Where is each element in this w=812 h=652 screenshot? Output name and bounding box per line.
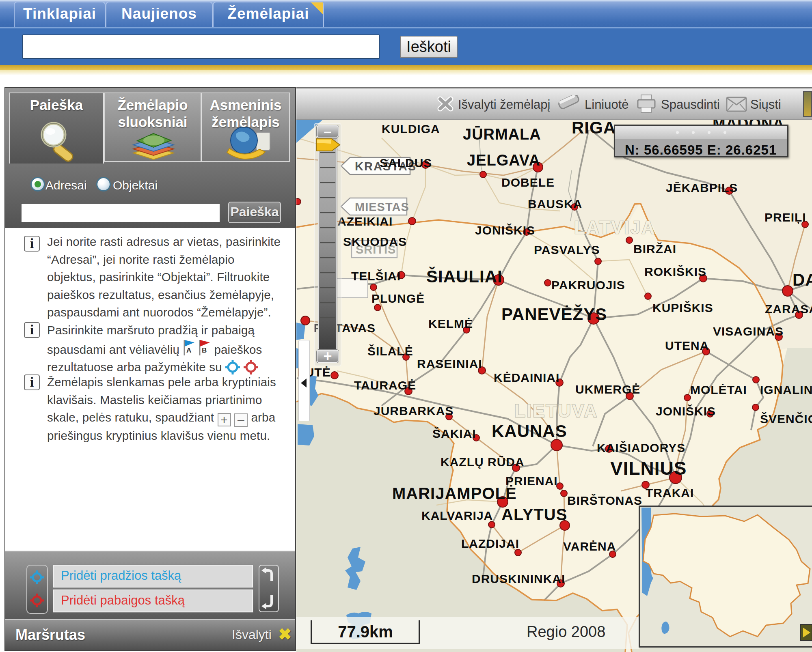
svg-text:JĒKABPILS: JĒKABPILS [666, 181, 738, 194]
svg-text:MOLĖTAI: MOLĖTAI [690, 383, 747, 396]
svg-text:UTENA: UTENA [665, 339, 709, 352]
svg-text:ŠAKIAI: ŠAKIAI [432, 427, 476, 440]
svg-text:KAZLŲ RŪDA: KAZLŲ RŪDA [441, 455, 525, 469]
svg-text:KELMĖ: KELMĖ [428, 317, 473, 330]
svg-text:KULDIGA: KULDIGA [382, 122, 440, 136]
svg-text:KĖDAINIAI: KĖDAINIAI [494, 371, 559, 384]
svg-text:TRAKAI: TRAKAI [646, 486, 694, 499]
svg-text:DRUSKININKAI: DRUSKININKAI [472, 572, 565, 585]
svg-text:B: B [202, 346, 207, 354]
svg-text:KUPIŠKIS: KUPIŠKIS [652, 301, 713, 314]
svg-text:TAURAGĖ: TAURAGĖ [354, 379, 416, 392]
svg-text:JŪRMALA: JŪRMALA [463, 126, 541, 143]
svg-text:A: A [186, 346, 191, 354]
svg-text:VILNIUS: VILNIUS [610, 458, 687, 479]
svg-text:ŠIAULIAI: ŠIAULIAI [426, 267, 503, 286]
svg-text:MIESTAS: MIESTAS [355, 200, 409, 213]
svg-text:RASEINIAI: RASEINIAI [417, 357, 482, 370]
svg-text:KAIŠIADORYS: KAIŠIADORYS [597, 441, 685, 454]
svg-text:PAKRUOJIS: PAKRUOJIS [551, 278, 625, 292]
svg-text:JONIŠKIS: JONIŠKIS [656, 405, 716, 418]
svg-text:BIRŠTONAS: BIRŠTONAS [567, 494, 642, 507]
svg-text:RIGA: RIGA [572, 120, 616, 137]
svg-text:SALDUS: SALDUS [380, 156, 432, 170]
svg-text:KALVARIJA: KALVARIJA [421, 509, 493, 522]
svg-text:TELŠIAI: TELŠIAI [351, 269, 401, 283]
svg-text:VARĖNA: VARĖNA [563, 540, 616, 553]
svg-text:ALYTUS: ALYTUS [501, 506, 567, 523]
svg-text:PANEVĖŽYS: PANEVĖŽYS [501, 304, 607, 324]
svg-text:ROKIŠKIS: ROKIŠKIS [644, 265, 706, 278]
svg-text:LATVIJA: LATVIJA [574, 217, 656, 237]
svg-text:PLUNGĖ: PLUNGĖ [371, 292, 425, 305]
svg-text:ZARASAI: ZARASAI [765, 302, 812, 316]
svg-text:JURBARKAS: JURBARKAS [374, 404, 454, 417]
svg-text:VISAGINAS: VISAGINAS [713, 325, 784, 338]
svg-text:UKMERGĖ: UKMERGĖ [575, 383, 640, 396]
svg-text:JONIŠKIS: JONIŠKIS [475, 224, 535, 237]
svg-text:SKUODAS: SKUODAS [343, 235, 407, 248]
svg-text:IGNALINA: IGNALINA [760, 383, 812, 396]
svg-text:PREIĻI: PREIĻI [764, 211, 806, 224]
svg-text:MARIJAMPOLĖ: MARIJAMPOLĖ [392, 484, 517, 502]
svg-text:JELGAVA: JELGAVA [467, 152, 540, 169]
svg-text:ŠVENČIONYS: ŠVENČIONYS [760, 412, 812, 426]
svg-text:BAUSKA: BAUSKA [528, 197, 582, 211]
svg-text:LIETUVA: LIETUVA [514, 401, 598, 421]
svg-text:ŠILALĖ: ŠILALĖ [367, 344, 413, 358]
svg-text:DOBELE: DOBELE [501, 176, 555, 189]
svg-text:KAUNAS: KAUNAS [492, 422, 567, 441]
svg-text:DAUGAVPILS: DAUGAVPILS [793, 270, 812, 289]
svg-text:BIRŽAI: BIRŽAI [633, 242, 676, 256]
svg-text:LAZDIJAI: LAZDIJAI [461, 537, 519, 550]
svg-text:PASVALYS: PASVALYS [534, 243, 600, 256]
